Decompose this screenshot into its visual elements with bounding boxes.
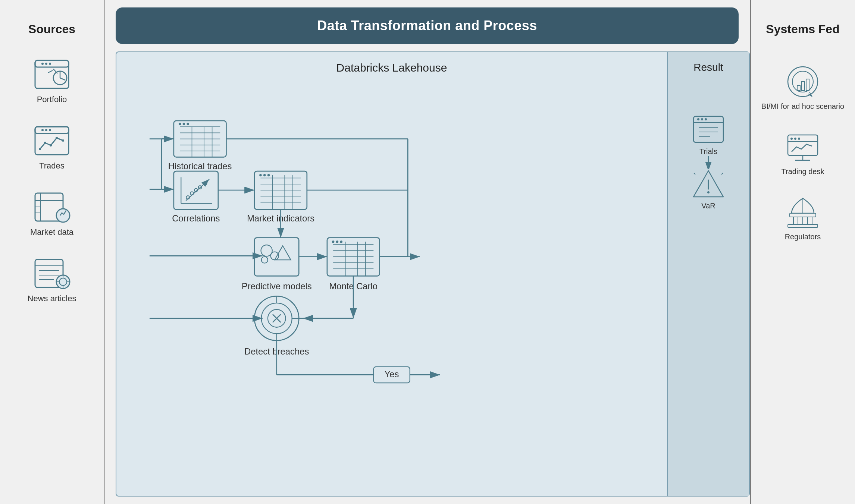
svg-rect-1 — [35, 60, 69, 67]
svg-point-13 — [50, 144, 52, 147]
svg-point-4 — [45, 63, 47, 65]
svg-point-96 — [336, 240, 338, 243]
svg-point-95 — [332, 240, 334, 243]
system-item-regulators: Regulators — [784, 196, 821, 241]
svg-rect-158 — [788, 224, 818, 227]
svg-point-19 — [56, 209, 70, 222]
svg-line-62 — [186, 179, 209, 201]
source-item-trades: Trades — [33, 125, 71, 171]
svg-point-74 — [259, 174, 261, 176]
svg-point-15 — [62, 139, 64, 142]
main-container: Sources Portfolio — [0, 0, 855, 504]
svg-point-12 — [44, 142, 46, 144]
market-data-label: Market data — [30, 227, 73, 237]
trials-icon — [692, 114, 725, 144]
trades-icon — [33, 125, 71, 157]
result-title: Result — [693, 62, 723, 73]
trades-label: Trades — [39, 161, 65, 171]
svg-rect-142 — [802, 82, 805, 91]
databricks-inner: Databricks Lakehouse — [116, 52, 667, 496]
var-label: VaR — [701, 202, 715, 210]
svg-point-5 — [49, 63, 51, 65]
sources-panel: Sources Portfolio — [0, 0, 104, 504]
svg-point-8 — [41, 129, 44, 131]
flow-diagram: Historical trades Correlations — [116, 52, 667, 496]
svg-line-138 — [694, 173, 695, 174]
svg-point-3 — [41, 63, 44, 65]
var-icon — [692, 169, 725, 199]
sources-title: Sources — [28, 22, 75, 36]
svg-point-75 — [263, 174, 266, 176]
svg-point-128 — [697, 118, 699, 120]
portfolio-label: Portfolio — [37, 95, 67, 104]
svg-point-11 — [39, 148, 41, 150]
databricks-container: Databricks Lakehouse — [116, 51, 750, 497]
svg-point-97 — [340, 240, 342, 243]
svg-point-52 — [187, 123, 189, 125]
svg-point-129 — [701, 118, 703, 120]
trading-desk-label: Trading desk — [782, 167, 824, 176]
svg-point-14 — [56, 137, 58, 139]
bimi-label: BI/MI for ad hoc scenario — [761, 102, 844, 111]
system-item-bimi: BI/MI for ad hoc scenario — [761, 66, 844, 111]
news-articles-label: News articles — [28, 294, 76, 303]
portfolio-icon — [33, 59, 71, 90]
system-item-trading-desk: Trading desk — [782, 131, 824, 176]
svg-rect-7 — [35, 127, 69, 133]
svg-text:Correlations: Correlations — [172, 213, 220, 223]
svg-point-82 — [261, 256, 268, 263]
trials-to-var-arrow — [703, 156, 714, 169]
trials-label: Trials — [699, 147, 717, 156]
svg-rect-143 — [806, 79, 809, 91]
yes-label: Yes — [385, 369, 399, 379]
systems-panel: Systems Fed BI/MI for ad hoc scenario — [751, 0, 855, 504]
source-item-news-articles: News articles — [28, 258, 76, 303]
svg-point-130 — [705, 118, 707, 120]
market-data-icon — [33, 191, 71, 223]
svg-point-149 — [794, 138, 796, 140]
bimi-icon — [784, 66, 821, 98]
svg-point-51 — [183, 123, 185, 125]
svg-point-9 — [45, 129, 47, 131]
news-articles-icon — [33, 258, 71, 289]
data-transformation-header: Data Transformation and Process — [116, 7, 739, 44]
regulators-label: Regulators — [785, 233, 821, 241]
svg-point-135 — [707, 191, 710, 193]
svg-rect-141 — [797, 85, 800, 91]
regulators-icon — [784, 196, 821, 228]
svg-point-148 — [790, 138, 793, 140]
source-item-market-data: Market data — [30, 191, 73, 237]
svg-point-50 — [179, 123, 181, 125]
svg-point-76 — [267, 174, 270, 176]
trading-desk-icon — [784, 131, 821, 163]
center-panel: Data Transformation and Process Databric… — [104, 0, 751, 504]
svg-text:Historical trades: Historical trades — [168, 161, 232, 171]
svg-point-10 — [49, 129, 51, 131]
systems-title: Systems Fed — [766, 22, 839, 36]
svg-line-137 — [721, 173, 723, 174]
result-panel: Result Trials — [667, 52, 749, 496]
header-title: Data Transformation and Process — [317, 18, 537, 33]
svg-rect-152 — [790, 213, 816, 217]
svg-point-81 — [270, 252, 279, 260]
svg-point-150 — [798, 138, 800, 140]
source-item-portfolio: Portfolio — [33, 59, 71, 104]
svg-text:Predictive models: Predictive models — [242, 281, 312, 291]
